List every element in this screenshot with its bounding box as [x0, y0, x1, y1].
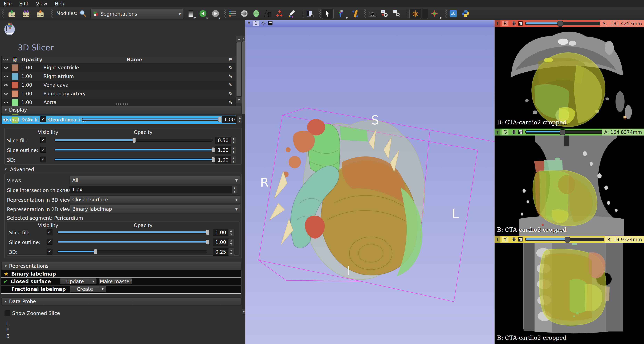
segment-opacity[interactable]: 1.00	[20, 65, 41, 70]
yellow-slice-view[interactable]: B: CTA-cardio2 cropped	[494, 243, 644, 344]
overall-visibility-checkbox[interactable]: ✓	[40, 116, 46, 122]
green-sphere-icon[interactable]	[251, 9, 261, 18]
menu-view[interactable]: View	[32, 1, 51, 6]
segment-row[interactable]: 1.00 Vena cava ✎	[2, 81, 236, 90]
visibility-eye-icon[interactable]	[2, 66, 10, 70]
spinbox-arrows[interactable]: ▲▼	[232, 186, 237, 194]
annotation-pencil-icon[interactable]	[287, 9, 296, 18]
toolbar-grip[interactable]	[364, 10, 366, 18]
sel-threed-checkbox[interactable]: ✓	[46, 248, 52, 254]
spinbox-arrows[interactable]: ▲▼	[231, 146, 236, 154]
scroll-down-icon[interactable]: ▼	[242, 309, 246, 314]
sel-slice-fill-checkbox[interactable]: ✓	[46, 229, 52, 235]
load-data-button[interactable]: DATA	[7, 9, 17, 18]
spinbox-arrows[interactable]: ▲▼	[228, 229, 234, 236]
window-level-tool-button[interactable]: ▼	[336, 9, 346, 18]
sel-slice-outline-checkbox[interactable]: ✓	[46, 239, 52, 245]
camera-settings-icon[interactable]	[380, 9, 390, 18]
segment-row[interactable]: 1.00 Right ventricle ✎	[2, 64, 236, 72]
slice-outline-spinbox[interactable]: 1.00	[216, 146, 233, 154]
segment-name[interactable]: Right atrium	[41, 74, 225, 79]
slider-handle[interactable]	[206, 240, 209, 244]
pin-icon[interactable]	[247, 21, 251, 25]
screen-capture-icon[interactable]	[305, 9, 315, 18]
name-column-header[interactable]: Name	[41, 57, 225, 62]
module-search-icon[interactable]	[78, 9, 87, 18]
yellow-slice-tag[interactable]: Y	[502, 237, 508, 242]
red-slice-view[interactable]: B: CTA-cardio2 cropped	[494, 27, 644, 128]
table-scrollbar[interactable]: ▲ ▼	[236, 36, 242, 103]
show-zoomed-slice-checkbox[interactable]	[4, 310, 10, 316]
ruler-tool-button[interactable]	[350, 9, 360, 18]
scroll-up-icon[interactable]: ▲	[236, 36, 242, 42]
slice-menu-icon[interactable]	[518, 130, 523, 134]
advanced-section-title[interactable]: Advanced	[10, 166, 34, 172]
threed-checkbox[interactable]: ✓	[40, 156, 46, 162]
spinbox-arrows[interactable]: ▲▼	[237, 116, 242, 123]
crosshair-tool-button[interactable]	[410, 9, 421, 19]
slice-fill-checkbox[interactable]: ✓	[40, 137, 46, 143]
module-selector[interactable]: Segmentations ▼	[90, 9, 184, 19]
segment-color-swatch[interactable]	[10, 99, 20, 106]
create-button[interactable]: Create	[70, 286, 100, 292]
data-probe-section-header[interactable]: ▾ Data Probe	[2, 297, 242, 306]
slice-fill-opacity-slider[interactable]	[54, 139, 213, 142]
segment-opacity[interactable]: 1.00	[20, 91, 41, 96]
views-dropdown[interactable]: All▼	[70, 176, 241, 184]
edit-pencil-icon[interactable]: ✎	[225, 82, 236, 88]
wireframe-sphere-icon[interactable]	[240, 9, 249, 18]
segment-opacity[interactable]: 1.00	[20, 82, 41, 88]
slider-handle[interactable]	[206, 230, 209, 235]
segment-name[interactable]: Vena cava	[41, 82, 225, 88]
sel-threed-spinbox[interactable]: 0.25	[213, 248, 230, 256]
slice-intersections-button[interactable]: ▼	[430, 9, 439, 18]
edit-pencil-icon[interactable]: ✎	[225, 65, 236, 70]
slider-handle[interactable]	[212, 147, 215, 152]
toolbar-grip[interactable]	[52, 10, 53, 18]
slice-fill-spinbox[interactable]: 0.50	[216, 137, 233, 144]
scroll-up-icon[interactable]: ▲	[242, 36, 246, 41]
update-dropdown-arrow[interactable]: ▼	[90, 278, 96, 284]
red-slice-tag[interactable]: R	[502, 21, 508, 26]
edit-pencil-icon[interactable]: ✎	[225, 74, 236, 79]
segment-opacity[interactable]: 1.00	[20, 100, 41, 105]
overall-opacity-slider[interactable]	[82, 118, 219, 121]
menu-file[interactable]: File	[0, 1, 16, 6]
edit-pencil-icon[interactable]: ✎	[225, 91, 236, 96]
slider-handle[interactable]	[94, 249, 97, 254]
fractional-labelmap-row[interactable]: Fractional labelmap Create ▼	[2, 286, 241, 293]
visibility-eye-icon[interactable]	[2, 101, 10, 104]
menu-edit[interactable]: Edit	[16, 1, 32, 6]
sel-slice-fill-slider[interactable]	[57, 231, 207, 234]
visibility-eye-icon[interactable]	[2, 92, 10, 96]
splitter-handle[interactable]	[115, 103, 128, 105]
segment-name[interactable]: Right ventricle	[41, 65, 225, 70]
segment-opacity[interactable]: 1.00	[20, 74, 41, 79]
slice-menu-icon[interactable]	[518, 237, 523, 242]
spinbox-arrows[interactable]: ▲▼	[228, 248, 234, 256]
representation-2d-dropdown[interactable]: Binary labelmap▼	[70, 205, 241, 213]
sel-threed-slider[interactable]	[57, 250, 207, 253]
pin-icon[interactable]	[494, 128, 500, 136]
representations-section-header[interactable]: ▾ Representations	[2, 262, 242, 270]
slice-outline-checkbox[interactable]: ✓	[40, 147, 46, 153]
segment-name[interactable]: Pulmonary artery	[41, 91, 225, 96]
python-console-icon[interactable]	[461, 9, 470, 18]
spinbox-arrows[interactable]: ▲▼	[231, 156, 236, 164]
visibility-eye-icon[interactable]	[2, 75, 10, 78]
fit-slice-icon[interactable]	[512, 21, 516, 26]
slider-handle[interactable]	[212, 157, 215, 162]
fit-slice-icon[interactable]	[512, 130, 516, 134]
history-forward-button[interactable]: ▼	[210, 9, 220, 18]
camera-settings2-icon[interactable]	[392, 9, 402, 18]
module-list-icon[interactable]	[228, 9, 237, 18]
yellow-slice-slider[interactable]	[525, 238, 604, 241]
collapse-triangle-icon[interactable]: ▾	[5, 167, 6, 171]
segment-color-swatch[interactable]	[10, 73, 20, 80]
scroll-down-icon[interactable]: ▼	[236, 97, 242, 103]
slider-handle[interactable]	[558, 21, 563, 26]
slider-handle[interactable]	[560, 129, 565, 135]
slider-handle[interactable]	[218, 117, 222, 122]
spinbox-arrows[interactable]: ▲▼	[228, 238, 234, 246]
segment-row[interactable]: 1.00 Right atrium ✎	[2, 72, 236, 81]
